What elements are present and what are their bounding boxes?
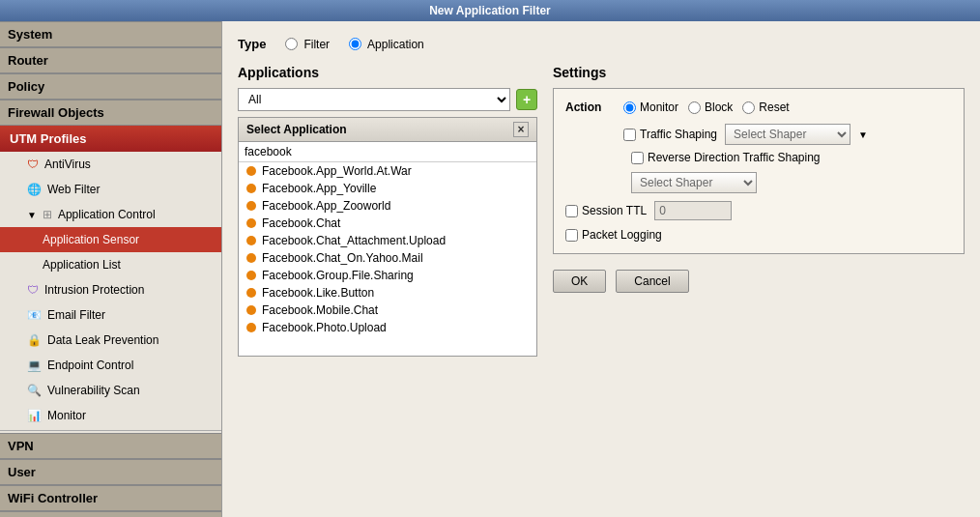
block-radio[interactable] [688, 101, 701, 114]
traffic-shaper-select[interactable]: Select Shaper [725, 124, 850, 145]
sidebar-item-policy[interactable]: Policy [0, 73, 221, 100]
policy-label: Policy [8, 79, 44, 94]
list-item[interactable]: Facebook.Mobile.Chat [239, 302, 536, 319]
reverse-shaper-select[interactable]: Select Shaper [631, 172, 757, 193]
sidebar-item-firewall-objects[interactable]: Firewall Objects [0, 100, 221, 126]
packet-logging-checkbox[interactable] [565, 229, 578, 242]
app-sensor-label: Application Sensor [43, 233, 139, 246]
application-label[interactable]: Application [367, 38, 424, 51]
app-control-icon: ⊞ [43, 208, 52, 221]
sidebar-item-vuln-scan[interactable]: 🔍 Vulnerability Scan [0, 378, 221, 403]
sidebar-item-log-report[interactable]: Log&Report [0, 511, 221, 517]
filter-option: Filter [285, 38, 330, 51]
list-item[interactable]: Facebook.App_Yoville [239, 180, 536, 197]
monitor-radio[interactable] [623, 101, 636, 114]
app-list-label: Application List [43, 258, 121, 272]
application-radio[interactable] [349, 38, 361, 50]
sidebar-item-monitor[interactable]: 📊 Monitor [0, 403, 221, 428]
type-label: Type [238, 37, 266, 51]
block-option[interactable]: Block [688, 101, 733, 114]
app-dot-icon [246, 288, 256, 298]
sidebar-item-router[interactable]: Router [0, 47, 221, 73]
sidebar-item-email-filter[interactable]: 📧 Email Filter [0, 302, 221, 328]
two-column-layout: Applications All + Select Application × [238, 65, 965, 357]
sidebar-item-system[interactable]: System [0, 21, 221, 47]
sidebar-item-vpn[interactable]: VPN [0, 433, 221, 459]
sidebar-item-user[interactable]: User [0, 459, 221, 485]
app-control-expand-icon: ▼ [27, 210, 37, 220]
packet-logging-row: Packet Logging [565, 228, 952, 242]
content-area: Type Filter Application Applications All [222, 21, 980, 517]
app-dot-icon [246, 201, 256, 211]
popup-title: Select Application [246, 123, 347, 136]
packet-logging-checkbox-label[interactable]: Packet Logging [565, 228, 662, 242]
reset-radio[interactable] [742, 101, 755, 114]
app-dot-icon [246, 271, 256, 280]
endpoint-icon: 💻 [27, 359, 42, 372]
list-item[interactable]: Facebook.Chat [239, 215, 536, 232]
app-item-label: Facebook.Mobile.Chat [262, 303, 378, 317]
antivirus-icon: 🛡 [27, 158, 39, 171]
settings-box: Action Monitor Block [553, 88, 965, 254]
settings-content: Action Monitor Block [554, 89, 964, 253]
router-label: Router [8, 53, 48, 68]
sidebar-item-web-filter[interactable]: 🌐 Web Filter [0, 177, 221, 202]
traffic-shaping-checkbox-label[interactable]: Traffic Shaping [623, 128, 717, 141]
shaper-dropdown-icon: ▼ [858, 129, 868, 140]
ok-button[interactable]: OK [553, 270, 606, 293]
add-application-button[interactable]: + [516, 89, 537, 110]
reverse-traffic-checkbox-label[interactable]: Reverse Direction Traffic Shaping [631, 151, 821, 164]
application-option: Application [349, 38, 424, 51]
reset-option[interactable]: Reset [742, 101, 789, 114]
session-ttl-row: Session TTL [565, 201, 952, 220]
session-ttl-input[interactable] [654, 201, 732, 220]
session-ttl-checkbox[interactable] [565, 205, 578, 217]
sidebar-item-app-control[interactable]: ▼ ⊞ Application Control [0, 202, 221, 227]
list-item[interactable]: Facebook.Chat_Attachment.Upload [239, 232, 536, 249]
filter-label[interactable]: Filter [303, 38, 330, 51]
list-item[interactable]: Facebook.App_World.At.War [239, 162, 536, 180]
close-icon: × [517, 123, 524, 136]
data-leak-label: Data Leak Prevention [47, 333, 159, 347]
select-application-popup: Select Application × Facebook.App_World.… [238, 117, 537, 357]
app-item-label: Facebook.App_World.At.War [262, 164, 412, 178]
list-item[interactable]: Facebook.Photo.Upload [239, 319, 536, 336]
traffic-shaping-label: Traffic Shaping [640, 128, 717, 141]
sidebar-item-data-leak[interactable]: 🔒 Data Leak Prevention [0, 328, 221, 353]
block-label: Block [705, 101, 733, 114]
app-dot-icon [246, 305, 256, 315]
session-ttl-label: Session TTL [582, 204, 647, 217]
sidebar-item-app-list[interactable]: Application List [0, 252, 221, 277]
add-icon: + [523, 92, 531, 107]
app-item-label: Facebook.App_Yoville [262, 182, 376, 195]
list-item[interactable]: Facebook.Group.File.Sharing [239, 267, 536, 284]
monitor-option[interactable]: Monitor [623, 101, 678, 114]
session-ttl-checkbox-label[interactable]: Session TTL [565, 204, 647, 217]
monitor-label: Monitor [640, 101, 678, 114]
sidebar-item-wifi[interactable]: WiFi Controller [0, 485, 221, 511]
traffic-shaping-checkbox[interactable] [623, 129, 636, 141]
sidebar-item-endpoint[interactable]: 💻 Endpoint Control [0, 353, 221, 378]
app-item-label: Facebook.Chat_Attachment.Upload [262, 234, 446, 247]
apps-filter-dropdown[interactable]: All [238, 88, 510, 111]
sidebar-item-intrusion[interactable]: 🛡 Intrusion Protection [0, 277, 221, 302]
reverse-traffic-row: Reverse Direction Traffic Shaping [631, 151, 952, 164]
list-item[interactable]: Facebook.App_Zooworld [239, 197, 536, 215]
monitor-label: Monitor [47, 409, 86, 422]
reverse-traffic-checkbox[interactable] [631, 152, 644, 164]
list-item[interactable]: Facebook.Chat_On.Yahoo.Mail [239, 249, 536, 267]
sidebar-item-app-sensor[interactable]: Application Sensor [0, 227, 221, 252]
popup-close-button[interactable]: × [513, 122, 529, 137]
sidebar-item-utm-profiles[interactable]: UTM Profiles [0, 126, 221, 152]
footer-buttons: OK Cancel [553, 270, 965, 293]
app-item-label: Facebook.Chat [262, 216, 340, 230]
filter-radio[interactable] [285, 38, 298, 50]
app-dot-icon [246, 218, 256, 228]
app-item-label: Facebook.Group.File.Sharing [262, 269, 414, 282]
list-item[interactable]: Facebook.Like.Button [239, 284, 536, 302]
sidebar-item-antivirus[interactable]: 🛡 AntiVirus [0, 152, 221, 177]
vuln-scan-label: Vulnerability Scan [47, 384, 140, 397]
antivirus-label: AntiVirus [44, 158, 91, 171]
app-search-input[interactable] [239, 142, 536, 162]
cancel-button[interactable]: Cancel [616, 270, 688, 293]
